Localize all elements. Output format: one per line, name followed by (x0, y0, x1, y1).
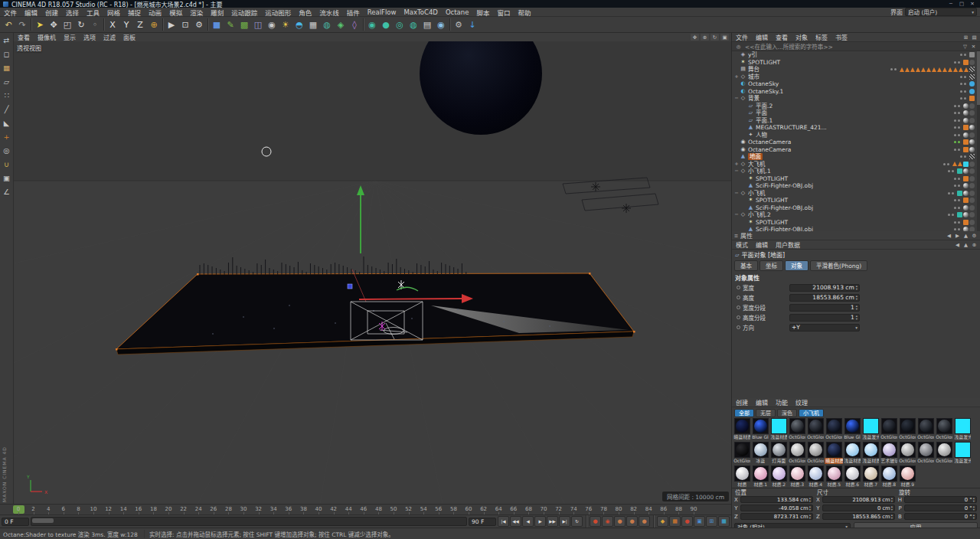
tag-icon[interactable] (969, 198, 975, 203)
attribute-section-title[interactable]: 对象属性 (732, 271, 980, 283)
value-stepper[interactable]: ▴▾ (973, 514, 975, 519)
object-row[interactable]: ◐OctaneSky (732, 80, 980, 88)
current-frame-field[interactable]: 0 F (2, 518, 29, 526)
material-item[interactable]: OctGlos (917, 418, 935, 442)
object-row[interactable]: ▲地面 (732, 153, 980, 161)
visibility-dots[interactable] (954, 105, 960, 107)
material-item[interactable]: OctGlos (825, 418, 843, 442)
timeline-ruler[interactable]: 0246810121416182022242628303234363840424… (0, 504, 731, 515)
tab-对象[interactable]: 对象 (785, 260, 808, 271)
material-item[interactable]: OctGlos (807, 418, 825, 442)
z-axis-lock-icon[interactable]: Z (133, 18, 147, 31)
render-toggle-button[interactable]: ▣ (694, 516, 705, 527)
tag-icon[interactable] (953, 67, 958, 72)
object-row[interactable]: ◉OctaneCamera (732, 146, 980, 154)
value-stepper[interactable]: ▴▾ (809, 514, 811, 519)
prev-frame-button[interactable]: ◀ (522, 516, 534, 527)
object-row[interactable]: ◉OctaneCamera (732, 139, 980, 146)
visibility-dots[interactable] (954, 228, 960, 230)
material-menu-item[interactable]: 创建 (732, 398, 752, 407)
object-label[interactable]: 大飞机 (748, 161, 766, 168)
keyframe-dot[interactable] (737, 286, 740, 289)
object-row[interactable]: ▤舞台 (732, 66, 980, 74)
tag-icon[interactable] (948, 67, 952, 72)
material-item[interactable]: 浅蓝材质发光 (844, 442, 861, 466)
environment-icon[interactable]: ◍ (320, 18, 334, 31)
frame-tick[interactable]: 36 (285, 506, 292, 512)
attr-menu-icon-2[interactable]: ⊕ (970, 242, 978, 248)
search-option-icon-0[interactable]: ▽ (961, 44, 969, 50)
object-label[interactable]: y引 (748, 51, 757, 58)
menubar-item[interactable]: 雕刻 (207, 8, 227, 17)
mograph-icon[interactable]: ◈ (334, 18, 348, 31)
visibility-dots[interactable] (954, 199, 960, 201)
object-row[interactable]: ✶SPOTLIGHT (732, 197, 980, 204)
visibility-dots[interactable] (954, 149, 960, 151)
object-tags[interactable] (969, 96, 975, 101)
visibility-dots[interactable] (954, 119, 960, 122)
viewport-menu-item[interactable]: 显示 (60, 33, 80, 41)
make-editable-icon[interactable]: ⇄ (1, 34, 12, 46)
coordinate-field[interactable]: 8723.731 cm▴▾ (740, 513, 813, 520)
tag-icon[interactable] (937, 67, 942, 72)
play-button[interactable]: ▶ (534, 516, 546, 527)
menubar-item[interactable]: 编辑 (21, 8, 41, 17)
visibility-dots[interactable] (954, 178, 960, 180)
frame-tick[interactable]: 0 (17, 506, 20, 512)
menubar-item[interactable]: 动画 (145, 8, 165, 17)
tag-icon[interactable] (916, 67, 920, 72)
object-row[interactable]: ◐OctaneSky.1 (732, 88, 980, 96)
panel-menu-icon[interactable]: ≡ (732, 233, 740, 239)
tag-icon[interactable] (969, 81, 975, 87)
object-tags[interactable] (969, 154, 975, 159)
frame-tick[interactable]: 74 (570, 506, 577, 512)
deformer-icon[interactable]: ◊ (348, 18, 361, 31)
object-row[interactable]: ✶SPOTLIGHT (732, 59, 980, 67)
material-item[interactable]: 灯海面 (770, 442, 788, 466)
snap-icon[interactable]: ∪ (1, 158, 12, 170)
autokey-button[interactable]: ◉ (602, 516, 613, 527)
tag-icon[interactable] (959, 67, 963, 72)
phong-tag-icon[interactable] (969, 125, 975, 130)
frame-tick[interactable]: 64 (495, 506, 502, 512)
object-tags[interactable] (962, 198, 975, 203)
visibility-dots[interactable] (948, 214, 954, 216)
value-stepper[interactable]: ▴▾ (973, 497, 975, 502)
expand-toggle[interactable]: − (733, 168, 740, 175)
keyframe-dot[interactable] (737, 315, 740, 319)
phong-tag-icon[interactable] (969, 139, 975, 145)
material-item[interactable]: OctGlos (733, 442, 751, 466)
phong-tag-icon[interactable] (963, 110, 969, 116)
tag-icon[interactable] (969, 132, 975, 138)
pan-view-icon[interactable]: ✥ (691, 34, 699, 41)
phong-tag-icon[interactable] (963, 205, 969, 211)
frame-tick[interactable]: 42 (330, 506, 337, 512)
object-label[interactable]: SPOTLIGHT (756, 219, 788, 226)
timeline-range-slider[interactable] (31, 517, 467, 526)
frame-tick[interactable]: 78 (600, 506, 607, 512)
tag-icon[interactable] (969, 168, 975, 174)
visibility-dots[interactable] (954, 112, 960, 114)
tag-icon[interactable] (963, 147, 969, 152)
visibility-dots[interactable] (960, 90, 966, 93)
object-tags[interactable] (962, 139, 975, 145)
value-stepper[interactable]: ▴▾ (856, 295, 858, 300)
object-label[interactable]: SPOTLIGHT (756, 175, 788, 182)
undo-icon[interactable]: ↶ (2, 18, 15, 31)
tag-icon[interactable] (969, 96, 975, 101)
material-item[interactable]: Blue Gla (844, 418, 861, 442)
maximize-button[interactable]: □ (957, 1, 966, 7)
keyframe-dot[interactable] (737, 305, 740, 309)
object-tags[interactable] (962, 183, 975, 188)
material-menu-item[interactable]: 编辑 (752, 398, 772, 407)
minimize-button[interactable]: ─ (946, 1, 956, 7)
value-stepper[interactable]: ▴▾ (856, 285, 858, 290)
om-menu-item[interactable]: 查看 (772, 33, 792, 41)
frame-tick[interactable]: 70 (541, 506, 547, 512)
tag-icon[interactable] (969, 162, 975, 167)
quantize-icon[interactable]: ∠ (1, 186, 12, 198)
visibility-dots[interactable] (954, 61, 960, 64)
menubar-item[interactable]: 文件 (0, 8, 21, 17)
magnet-button[interactable]: ▦ (669, 516, 681, 527)
frame-tick[interactable]: 50 (390, 506, 397, 512)
